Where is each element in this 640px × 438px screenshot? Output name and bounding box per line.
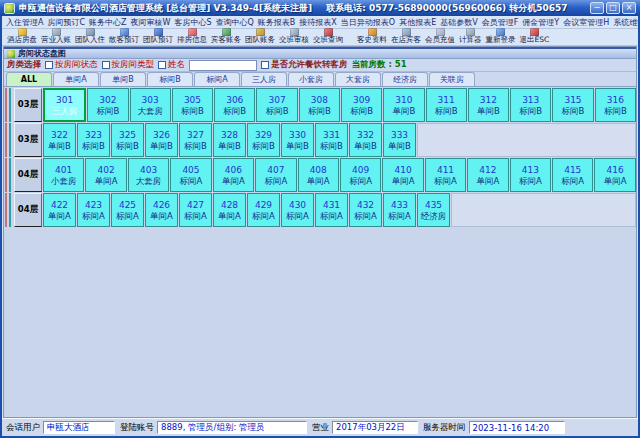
- group-checkin-button[interactable]: 团队入住: [74, 28, 106, 44]
- shift-query-button[interactable]: 交班查询: [312, 28, 344, 44]
- room-cell-432[interactable]: 432标间A: [349, 193, 382, 227]
- allow-transfer-checkbox[interactable]: [261, 61, 269, 69]
- menu-item-13[interactable]: 佣金管理Y: [520, 17, 561, 28]
- room-cell-331[interactable]: 331标间B: [315, 123, 348, 157]
- room-cell-322[interactable]: 322单间B: [43, 123, 76, 157]
- room-cell-308[interactable]: 308标间B: [299, 88, 340, 122]
- room-cell-401[interactable]: 401小套房: [43, 158, 84, 192]
- room-cell-427[interactable]: 427标间A: [179, 193, 212, 227]
- room-cell-433[interactable]: 433标间A: [383, 193, 416, 227]
- close-button[interactable]: ×: [622, 2, 636, 14]
- room-cell-428[interactable]: 428单间A: [213, 193, 246, 227]
- by-type-checkbox-group[interactable]: 按房间类型: [102, 59, 155, 71]
- maximize-button[interactable]: □: [606, 2, 620, 14]
- room-cell-412[interactable]: 412单间A: [467, 158, 508, 192]
- room-cell-425[interactable]: 425标间A: [111, 193, 144, 227]
- room-cell-312[interactable]: 312单间B: [468, 88, 509, 122]
- group-booking-button[interactable]: 团队预订: [142, 28, 174, 44]
- exit-button[interactable]: 退出ESC: [519, 28, 551, 44]
- relogin-button[interactable]: 重新登录: [485, 28, 517, 44]
- tab-单间B[interactable]: 单间B: [100, 72, 146, 86]
- room-cell-332[interactable]: 332单间B: [349, 123, 382, 157]
- room-cell-333[interactable]: 333单间B: [383, 123, 416, 157]
- room-cell-305[interactable]: 305标间B: [172, 88, 213, 122]
- room-cell-327[interactable]: 327标间B: [179, 123, 212, 157]
- room-cell-430[interactable]: 430标间A: [281, 193, 314, 227]
- walkin-booking-button[interactable]: 散客预订: [108, 28, 140, 44]
- room-cell-309[interactable]: 309标间B: [341, 88, 382, 122]
- room-cell-325[interactable]: 325标间B: [111, 123, 144, 157]
- room-cell-302[interactable]: 302标间B: [87, 88, 128, 122]
- menu-item-15[interactable]: 系统维护B: [611, 17, 638, 28]
- room-cell-415[interactable]: 415标间A: [552, 158, 593, 192]
- menu-item-9[interactable]: 当日异动报表O: [339, 17, 397, 28]
- room-cell-323[interactable]: 323标间B: [77, 123, 110, 157]
- menu-item-11[interactable]: 基础参数V: [438, 17, 479, 28]
- room-cell-413[interactable]: 413标间A: [510, 158, 551, 192]
- by-name-checkbox-group[interactable]: 姓名: [158, 59, 185, 71]
- by-status-checkbox[interactable]: [45, 61, 53, 69]
- room-cell-301[interactable]: 301三人房: [43, 88, 86, 122]
- room-cell-435[interactable]: 435经济房: [417, 193, 450, 227]
- room-cell-403[interactable]: 403大套房: [128, 158, 169, 192]
- room-cell-422[interactable]: 422单间A: [43, 193, 76, 227]
- floor-label-2[interactable]: 03层: [14, 123, 42, 157]
- room-cell-316[interactable]: 316标间B: [595, 88, 636, 122]
- room-cell-330[interactable]: 330单间B: [281, 123, 314, 157]
- minimize-button[interactable]: −: [590, 2, 604, 14]
- member-recharge-button[interactable]: 会员充值: [424, 28, 456, 44]
- room-cell-416[interactable]: 416单间A: [594, 158, 635, 192]
- room-cell-406[interactable]: 406单间A: [213, 158, 254, 192]
- by-status-checkbox-group[interactable]: 按房间状态: [45, 59, 98, 71]
- menu-item-2[interactable]: 房间预订C: [45, 17, 87, 28]
- inhouse-guest-button[interactable]: 在店宾客: [390, 28, 422, 44]
- menu-item-12[interactable]: 会员管理F: [480, 17, 521, 28]
- menu-item-4[interactable]: 夜间审核W: [129, 17, 173, 28]
- floor-label-1[interactable]: 03层: [14, 88, 42, 122]
- room-cell-313[interactable]: 313标间B: [510, 88, 551, 122]
- room-cell-310[interactable]: 310单间B: [383, 88, 424, 122]
- room-cell-426[interactable]: 426单间A: [145, 193, 178, 227]
- room-cell-315[interactable]: 315标间B: [552, 88, 593, 122]
- room-assign-button[interactable]: 排房信息: [176, 28, 208, 44]
- shift-audit-button[interactable]: 交班审核: [278, 28, 310, 44]
- room-cell-307[interactable]: 307标间B: [256, 88, 297, 122]
- menu-item-5[interactable]: 客房中心S: [172, 17, 213, 28]
- by-name-checkbox[interactable]: [158, 61, 166, 69]
- room-cell-409[interactable]: 409标间A: [340, 158, 381, 192]
- tab-经济房[interactable]: 经济房: [382, 72, 428, 86]
- room-cell-326[interactable]: 326单间B: [145, 123, 178, 157]
- room-cell-429[interactable]: 429标间A: [247, 193, 280, 227]
- room-cell-402[interactable]: 402单间A: [85, 158, 126, 192]
- tab-大套房[interactable]: 大套房: [335, 72, 381, 86]
- room-cell-303[interactable]: 303大套房: [130, 88, 171, 122]
- floor-label-3[interactable]: 04层: [14, 158, 42, 192]
- group-billing-button[interactable]: 团队账务: [244, 28, 276, 44]
- menu-item-10[interactable]: 其他报表E: [397, 17, 438, 28]
- room-cell-423[interactable]: 423标间A: [77, 193, 110, 227]
- tab-小套房[interactable]: 小套房: [288, 72, 334, 86]
- room-cell-431[interactable]: 431标间A: [315, 193, 348, 227]
- room-cell-311[interactable]: 311标间B: [426, 88, 467, 122]
- menu-item-8[interactable]: 接待报表X: [297, 17, 338, 28]
- guest-name-input[interactable]: [189, 60, 257, 71]
- hotel-rooms-board-button[interactable]: 酒店房盘: [6, 28, 38, 44]
- tab-标间A[interactable]: 标间A: [194, 72, 240, 86]
- room-cell-408[interactable]: 408单间A: [298, 158, 339, 192]
- calculator-button[interactable]: 计算器: [458, 28, 483, 44]
- menu-item-1[interactable]: 入住管理A: [4, 17, 45, 28]
- tab-三人房[interactable]: 三人房: [241, 72, 287, 86]
- guest-history-button[interactable]: 客史资料: [356, 28, 388, 44]
- menu-item-3[interactable]: 账务中心Z: [87, 17, 128, 28]
- tab-ALL[interactable]: ALL: [6, 72, 52, 86]
- room-cell-410[interactable]: 410单间A: [382, 158, 423, 192]
- menu-item-14[interactable]: 会议室管理H: [561, 17, 611, 28]
- menu-item-6[interactable]: 查询中心Q: [214, 17, 256, 28]
- room-cell-405[interactable]: 405标间A: [170, 158, 211, 192]
- tab-单间A[interactable]: 单间A: [53, 72, 99, 86]
- guest-billing-button[interactable]: 宾客账务: [210, 28, 242, 44]
- room-cell-328[interactable]: 328单间B: [213, 123, 246, 157]
- floor-label-4[interactable]: 04层: [14, 193, 42, 227]
- room-cell-407[interactable]: 407标间A: [255, 158, 296, 192]
- tab-关联房[interactable]: 关联房: [429, 72, 475, 86]
